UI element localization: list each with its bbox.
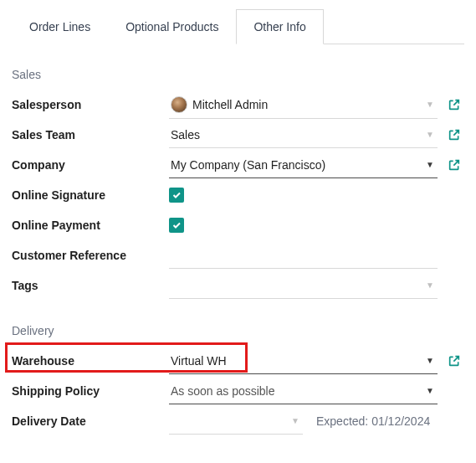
chevron-down-icon[interactable]: ▼	[426, 130, 434, 139]
tabs: Order Lines Optional Products Other Info	[12, 8, 464, 44]
chevron-down-icon[interactable]: ▼	[291, 416, 299, 425]
row-salesperson: Salesperson Mitchell Admin ▼	[12, 90, 464, 120]
section-delivery: Delivery	[12, 324, 464, 337]
row-online-signature: Online Signature	[12, 180, 464, 210]
row-online-payment: Online Payment	[12, 210, 464, 240]
chevron-down-icon[interactable]: ▼	[426, 280, 434, 290]
row-warehouse: Warehouse Virtual WH ▼	[12, 346, 464, 376]
value-sales-team: Sales	[171, 128, 422, 141]
value-salesperson: Mitchell Admin	[192, 98, 422, 111]
chevron-down-icon[interactable]: ▼	[426, 386, 434, 395]
field-sales-team[interactable]: Sales ▼	[169, 121, 438, 148]
field-company[interactable]: My Company (San Francisco) ▼	[169, 152, 438, 178]
external-link-icon[interactable]	[444, 128, 464, 141]
chevron-down-icon[interactable]: ▼	[426, 100, 434, 109]
row-company: Company My Company (San Francisco) ▼	[12, 150, 464, 180]
section-sales: Sales	[12, 68, 464, 81]
label-delivery-date: Delivery Date	[12, 414, 162, 428]
field-shipping-policy[interactable]: As soon as possible ▼	[169, 378, 438, 404]
row-customer-reference: Customer Reference	[12, 240, 464, 270]
chevron-down-icon[interactable]: ▼	[426, 356, 434, 365]
row-delivery-date: Delivery Date ▼ Expected: 01/12/2024	[12, 406, 464, 436]
label-customer-reference: Customer Reference	[12, 249, 162, 262]
value-warehouse: Virtual WH	[171, 354, 422, 368]
tab-other-info[interactable]: Other Info	[236, 9, 323, 44]
value-company: My Company (San Francisco)	[171, 158, 422, 172]
value-shipping-policy: As soon as possible	[171, 384, 422, 398]
label-sales-team: Sales Team	[12, 128, 162, 141]
chevron-down-icon[interactable]: ▼	[426, 160, 434, 169]
field-warehouse[interactable]: Virtual WH ▼	[169, 347, 438, 374]
field-tags[interactable]: ▼	[169, 272, 438, 299]
external-link-icon[interactable]	[444, 98, 464, 111]
label-warehouse: Warehouse	[12, 354, 162, 368]
field-delivery-date[interactable]: ▼	[169, 408, 303, 435]
label-company: Company	[12, 158, 162, 172]
row-sales-team: Sales Team Sales ▼	[12, 120, 464, 150]
external-link-icon[interactable]	[444, 158, 464, 172]
label-tags: Tags	[12, 279, 162, 292]
checkbox-online-payment[interactable]	[169, 218, 184, 233]
external-link-icon[interactable]	[444, 354, 464, 368]
label-online-payment: Online Payment	[12, 219, 162, 232]
field-salesperson[interactable]: Mitchell Admin ▼	[169, 91, 438, 119]
tab-order-lines[interactable]: Order Lines	[12, 9, 108, 44]
label-shipping-policy: Shipping Policy	[12, 384, 162, 398]
tab-optional-products[interactable]: Optional Products	[108, 9, 236, 44]
expected-date: Expected: 01/12/2024	[316, 414, 430, 428]
row-shipping-policy: Shipping Policy As soon as possible ▼	[12, 376, 464, 406]
label-salesperson: Salesperson	[12, 98, 162, 111]
label-online-signature: Online Signature	[12, 188, 162, 202]
avatar	[171, 96, 187, 113]
row-tags: Tags ▼	[12, 270, 464, 301]
checkbox-online-signature[interactable]	[169, 188, 184, 203]
field-customer-reference[interactable]	[169, 242, 438, 269]
